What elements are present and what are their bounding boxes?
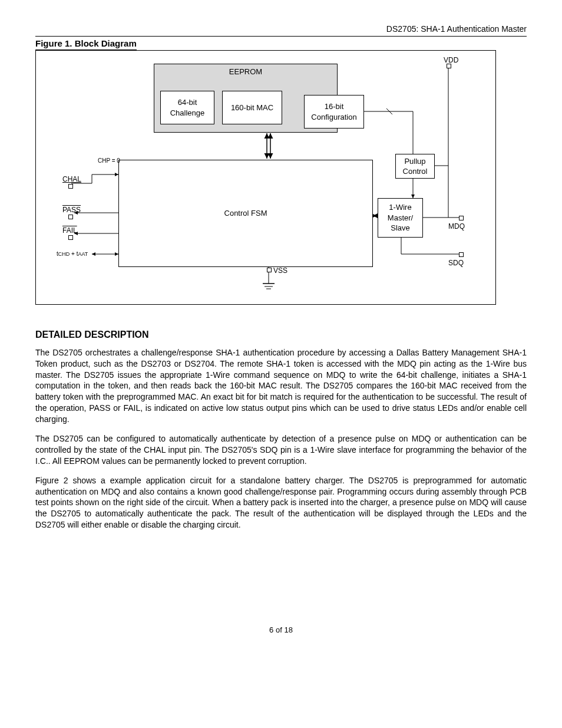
vss-pin-box (267, 268, 272, 272)
chal-pin-label: CHAL (62, 174, 81, 184)
eeprom-label: EEPROM (154, 67, 337, 77)
pullup-block: Pullup Control (395, 154, 435, 179)
sdq-pin-box (459, 252, 464, 257)
mac-block: 160-bit MAC (222, 91, 282, 124)
onewire-block: 1-Wire Master/ Slave (378, 198, 423, 238)
pass-pin-box (68, 215, 73, 219)
sdq-pin-label: SDQ (448, 258, 464, 268)
mdq-pin-box (459, 216, 464, 220)
section-heading: DETAILED DESCRIPTION (35, 328, 527, 341)
chp-label: CHP = 0 (98, 157, 120, 165)
paragraph-1: The DS2705 orchestrates a challenge/resp… (35, 347, 527, 425)
control-fsm-block: Control FSM (118, 160, 373, 267)
challenge-block: 64-bit Challenge (160, 91, 214, 124)
fail-pin-label: FAIL (62, 226, 77, 235)
page-footer: 6 of 18 (35, 625, 527, 635)
block-diagram: EEPROM 64-bit Challenge 160-bit MAC 16-b… (35, 50, 496, 305)
config-block: 16-bit Configuration (304, 95, 364, 129)
vss-pin-label: VSS (273, 266, 287, 275)
mdq-pin-label: MDQ (448, 222, 465, 231)
pass-pin-label: PASS (62, 205, 81, 215)
svg-line-9 (386, 108, 392, 114)
vdd-pin-box (447, 64, 451, 68)
figure-title: Figure 1. Block Diagram (35, 38, 137, 50)
fail-pin-box (68, 235, 73, 240)
page-header: DS2705: SHA-1 Authentication Master (35, 24, 527, 37)
paragraph-3: Figure 2 shows a example application cir… (35, 475, 527, 531)
paragraph-2: The DS2705 can be configured to automati… (35, 433, 527, 467)
chal-pin-box (68, 184, 73, 189)
timing-label: tCHD + tAAT (57, 250, 88, 258)
